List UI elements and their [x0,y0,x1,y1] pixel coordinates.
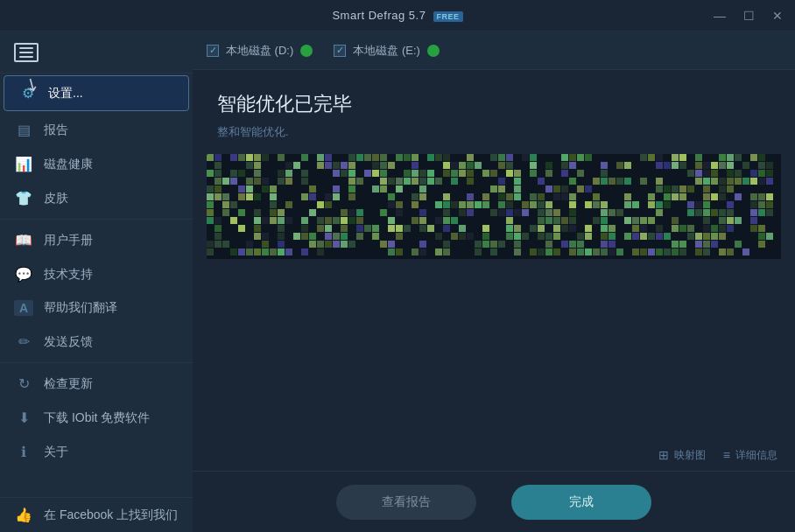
sidebar-item-support[interactable]: 💬 技术支持 [0,257,193,291]
grid-icon: ⊞ [658,448,669,462]
feedback-icon: ✏ [14,333,33,350]
manual-icon: 📖 [14,232,33,248]
drive-e-item[interactable]: ✓ 本地磁盘 (E:) [334,43,440,59]
facebook-icon: 👍 [14,507,33,523]
settings-icon: ⚙ [18,85,38,102]
sidebar-item-about[interactable]: ℹ 关于 [0,435,193,469]
content-area: ✓ 本地磁盘 (D:) ✓ 本地磁盘 (E:) 智能优化已完毕 整和智能优化. [193,32,795,532]
sidebar-label-facebook: 在 Facebook 上找到我们 [44,508,178,523]
sidebar-item-facebook[interactable]: 👍 在 Facebook 上找到我们 [0,498,193,532]
drive-bar: ✓ 本地磁盘 (D:) ✓ 本地磁盘 (E:) [193,32,795,70]
sidebar-label-support: 技术支持 [44,267,93,283]
sidebar-divider-2 [0,362,193,363]
drive-d-status [300,45,313,57]
sidebar-label-feedback: 发送反馈 [44,334,93,350]
drive-d-label: 本地磁盘 (D:) [226,43,293,59]
status-title: 智能优化已完毕 [217,91,770,117]
support-icon: 💬 [14,266,33,283]
main-layout: ↘ ⚙ 设置... ▤ 报告 📊 磁盘健康 👕 皮肤 📖 用户手册 💬 技术支持 [0,32,795,532]
sidebar: ↘ ⚙ 设置... ▤ 报告 📊 磁盘健康 👕 皮肤 📖 用户手册 💬 技术支持 [0,32,193,532]
sidebar-item-translate[interactable]: A 帮助我们翻译 [0,291,193,325]
disk-health-icon: 📊 [14,156,33,172]
detail-icon: ≡ [723,448,730,462]
status-section: 智能优化已完毕 整和智能优化. [193,70,795,154]
map-view-button[interactable]: ⊞ 映射图 [658,448,706,463]
sidebar-label-report: 报告 [44,122,68,138]
sidebar-label-download: 下载 IObit 免费软件 [44,410,150,426]
report-icon: ▤ [14,122,33,138]
translate-icon: A [14,300,33,316]
disk-map [207,154,781,259]
close-button[interactable]: ✕ [767,7,788,24]
sidebar-label-manual: 用户手册 [44,233,93,248]
sidebar-item-settings[interactable]: ⚙ 设置... [4,75,189,111]
check-update-icon: ↻ [14,375,33,392]
skin-icon: 👕 [14,190,33,206]
download-icon: ⬇ [14,410,33,426]
sidebar-item-report[interactable]: ▤ 报告 [0,113,193,147]
sidebar-item-feedback[interactable]: ✏ 发送反馈 [0,325,193,359]
sidebar-label-skin: 皮肤 [44,191,68,206]
drive-e-label: 本地磁盘 (E:) [353,43,420,59]
detail-btn-label: 详细信息 [735,448,777,463]
sidebar-item-skin[interactable]: 👕 皮肤 [0,181,193,215]
sidebar-label-translate: 帮助我们翻译 [44,300,117,316]
minimize-button[interactable]: — [708,7,731,24]
hamburger-menu-button[interactable] [14,43,39,62]
sidebar-label-settings: 设置... [48,86,83,102]
sidebar-item-disk-health[interactable]: 📊 磁盘健康 [0,147,193,181]
sidebar-bottom: 👍 在 Facebook 上找到我们 [0,497,193,532]
sidebar-item-check-update[interactable]: ↻ 检查更新 [0,367,193,401]
disk-map-canvas [207,154,781,259]
sidebar-item-download[interactable]: ⬇ 下载 IObit 免费软件 [0,401,193,435]
title-bar: Smart Defrag 5.7 FREE — ☐ ✕ [0,0,795,32]
sidebar-label-about: 关于 [44,444,68,460]
sidebar-divider-1 [0,219,193,220]
about-icon: ℹ [14,444,33,460]
maximize-button[interactable]: ☐ [738,7,760,24]
bottom-bar: ⊞ 映射图 ≡ 详细信息 [193,439,795,471]
drive-e-checkbox[interactable]: ✓ [334,45,346,57]
app-title: Smart Defrag 5.7 FREE [332,9,462,22]
action-bar: 查看报告 完成 [193,471,795,532]
window-controls: — ☐ ✕ [708,7,788,24]
sidebar-label-check-update: 检查更新 [44,376,93,392]
sidebar-item-manual[interactable]: 📖 用户手册 [0,223,193,257]
drive-d-checkbox[interactable]: ✓ [207,45,219,57]
view-report-button[interactable]: 查看报告 [336,485,476,520]
free-badge: FREE [433,11,463,22]
done-button[interactable]: 完成 [511,485,651,520]
sidebar-label-disk-health: 磁盘健康 [44,157,93,172]
map-btn-label: 映射图 [674,448,706,463]
drive-d-item[interactable]: ✓ 本地磁盘 (D:) [207,43,313,59]
detail-view-button[interactable]: ≡ 详细信息 [723,448,777,463]
disk-map-container [193,154,795,439]
drive-e-status [427,45,440,57]
title-text: Smart Defrag 5.7 [332,9,426,22]
sidebar-header [0,32,193,74]
status-subtitle: 整和智能优化. [217,124,770,140]
